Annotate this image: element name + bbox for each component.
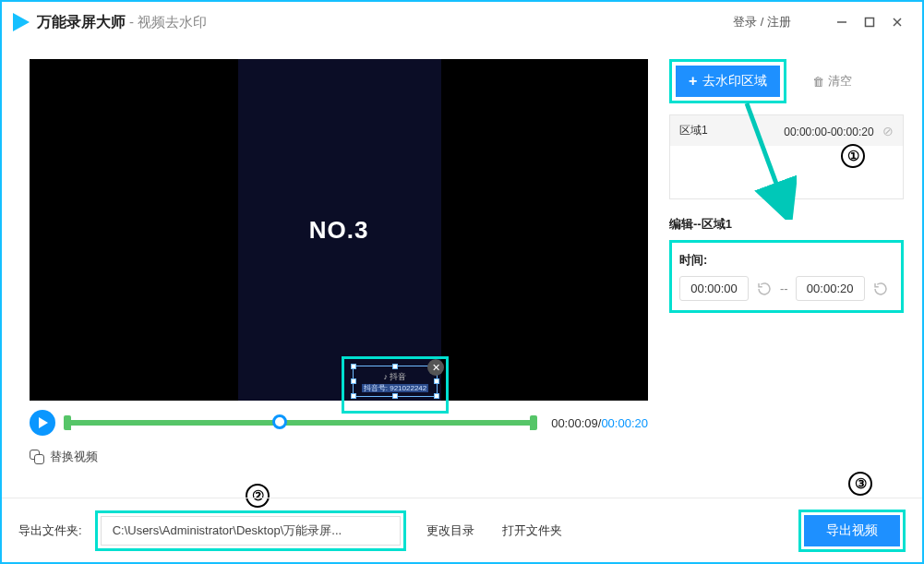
open-folder-button[interactable]: 打开文件夹 <box>495 519 570 543</box>
change-directory-button[interactable]: 更改目录 <box>419 519 482 543</box>
watermark-selection-box[interactable]: ✕ ♪ 抖音 抖音号: 921022242 <box>353 366 438 397</box>
remove-selection-icon[interactable]: ✕ <box>427 359 444 376</box>
time-display: 00:00:09/00:00:20 <box>551 416 648 430</box>
region-time-range: 00:00:00-00:00:20 <box>784 126 873 138</box>
output-path-field[interactable]: C:\Users\Administrator\Desktop\万能录屏... <box>101 516 401 546</box>
video-overlay-text: NO.3 <box>30 216 648 245</box>
maximize-button[interactable] <box>856 8 883 36</box>
app-name: 万能录屏大师 <box>37 13 126 32</box>
footer-bar: 导出文件夹: C:\Users\Administrator\Desktop\万能… <box>2 498 922 562</box>
output-folder-label: 导出文件夹: <box>18 522 82 539</box>
trim-start-handle[interactable] <box>64 415 71 430</box>
trash-icon: 🗑 <box>812 75 824 89</box>
edit-region-title: 编辑--区域1 <box>669 216 904 233</box>
time-range-panel: 时间: 00:00:00 -- 00:00:20 <box>669 240 904 313</box>
close-button[interactable] <box>883 8 911 36</box>
video-preview[interactable]: NO.3 ✕ ♪ 抖音 抖音号: 921022242 <box>30 59 648 401</box>
region-item[interactable]: 区域1 00:00:00-00:00:20 ⊘ <box>670 115 903 146</box>
app-logo-icon <box>13 13 30 31</box>
trim-end-handle[interactable] <box>530 415 537 430</box>
play-button[interactable] <box>30 410 55 436</box>
time-label: 时间: <box>679 252 894 269</box>
time-end-input[interactable]: 00:00:20 <box>796 276 865 301</box>
reset-end-icon[interactable] <box>872 281 889 297</box>
replace-video-button[interactable]: 替换视频 <box>30 449 662 465</box>
svg-rect-1 <box>866 18 874 27</box>
login-register-link[interactable]: 登录 / 注册 <box>733 14 791 30</box>
minimize-button[interactable] <box>828 8 856 36</box>
clear-regions-button[interactable]: 🗑 清空 <box>812 73 852 90</box>
region-list: 区域1 00:00:00-00:00:20 ⊘ <box>669 114 904 199</box>
timeline-slider[interactable] <box>65 420 536 426</box>
annotation-number-3: ③ <box>848 472 872 496</box>
time-start-input[interactable]: 00:00:00 <box>679 276 749 301</box>
annotation-number-1: ① <box>841 144 865 168</box>
play-icon <box>39 417 48 428</box>
plus-icon: + <box>689 73 697 90</box>
watermark-content: ♪ 抖音 抖音号: 921022242 <box>354 366 437 393</box>
region-name: 区域1 <box>679 123 708 138</box>
remove-region-icon[interactable]: ⊘ <box>882 124 894 138</box>
export-video-button[interactable]: 导出视频 <box>804 515 900 546</box>
add-watermark-region-button[interactable]: + 去水印区域 <box>676 66 780 97</box>
reset-start-icon[interactable] <box>756 281 773 297</box>
titlebar: 万能录屏大师 - 视频去水印 登录 / 注册 <box>2 2 922 42</box>
page-title: - 视频去水印 <box>129 14 207 31</box>
playhead-handle[interactable] <box>272 414 287 429</box>
swap-icon <box>30 450 44 464</box>
